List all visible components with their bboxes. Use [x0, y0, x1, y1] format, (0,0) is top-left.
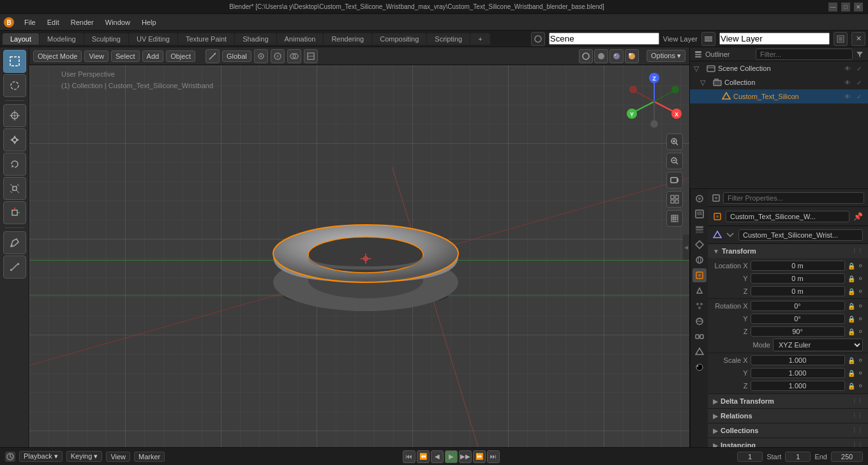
select-box-tool[interactable]	[3, 50, 26, 73]
viewport-collapse-handle[interactable]: ◀	[683, 234, 689, 260]
close-button[interactable]: ✕	[854, 3, 863, 11]
keyframe-sy-icon[interactable]	[858, 369, 863, 377]
tab-animation[interactable]: Animation	[277, 33, 324, 45]
proportional-edit-icon[interactable]	[271, 49, 285, 63]
next-keyframe-button[interactable]: ⏩	[473, 450, 486, 463]
object-menu[interactable]: Object	[166, 50, 195, 62]
rendered-mode-icon[interactable]	[625, 49, 639, 63]
rotation-x-lock[interactable]: 🔒	[848, 303, 855, 310]
menu-edit[interactable]: Edit	[42, 17, 64, 27]
tab-rendering[interactable]: Rendering	[324, 33, 371, 45]
viewport-overlay-icon[interactable]	[287, 49, 301, 63]
move-tool[interactable]	[3, 128, 26, 151]
render-button[interactable]	[834, 32, 848, 46]
rotation-y-lock[interactable]: 🔒	[848, 316, 855, 323]
grid-view-button[interactable]	[666, 191, 683, 208]
select-menu[interactable]: Select	[111, 50, 140, 62]
view-menu[interactable]: View	[84, 50, 108, 62]
collections-header[interactable]: ▶ Collections ⋮⋮	[708, 423, 868, 438]
add-workspace-button[interactable]: +	[470, 33, 490, 45]
rotation-y-input[interactable]	[751, 314, 845, 324]
keyframe-y-icon[interactable]	[858, 274, 863, 283]
tab-compositing[interactable]: Compositing	[372, 33, 426, 45]
scale-tool[interactable]	[3, 177, 26, 200]
xray-icon[interactable]	[304, 49, 318, 63]
jump-end-button[interactable]: ⏭	[487, 450, 500, 463]
menu-help[interactable]: Help	[137, 17, 161, 27]
scene-props-icon[interactable]	[692, 238, 707, 252]
rotation-mode-select[interactable]: XYZ Euler XZY Euler Quaternion Axis Angl…	[773, 339, 863, 351]
end-frame-input[interactable]	[831, 452, 863, 462]
keying-dropdown[interactable]: Keying ▾	[66, 451, 103, 462]
solid-mode-icon[interactable]	[594, 49, 608, 63]
play-button[interactable]: ▶	[445, 450, 458, 463]
location-x-input[interactable]	[751, 261, 845, 271]
rotate-tool[interactable]	[3, 153, 26, 176]
modifier-props-icon[interactable]	[692, 284, 707, 298]
output-props-icon[interactable]	[692, 207, 707, 221]
navigation-gizmo[interactable]: Z X Y	[625, 73, 683, 130]
keyframe-x-icon[interactable]	[858, 261, 863, 270]
scale-z-lock[interactable]: 🔒	[848, 383, 855, 390]
location-x-lock[interactable]: 🔒	[848, 263, 855, 270]
scale-y-lock[interactable]: 🔒	[848, 370, 855, 377]
rotation-x-input[interactable]	[751, 301, 845, 311]
mesh-data-browse-icon[interactable]	[726, 231, 735, 240]
location-y-input[interactable]	[751, 273, 845, 284]
object-select[interactable]: ✓	[854, 91, 864, 102]
object-mode-dropdown[interactable]: Object Mode	[33, 50, 82, 62]
wireframe-mode-icon[interactable]	[579, 49, 593, 63]
keyframe-z-icon[interactable]	[858, 287, 863, 296]
outliner-search[interactable]	[756, 49, 853, 60]
location-z-lock[interactable]: 🔒	[848, 288, 855, 295]
world-props-icon[interactable]	[692, 253, 707, 267]
close-editor-button[interactable]: ✕	[851, 32, 865, 46]
measure-tool[interactable]	[3, 255, 26, 278]
object-visibility[interactable]: 👁	[842, 91, 853, 102]
constraints-props-icon[interactable]	[692, 330, 707, 344]
location-z-input[interactable]	[751, 286, 845, 296]
scale-y-input[interactable]	[751, 368, 845, 378]
keyframe-ry-icon[interactable]	[858, 314, 863, 323]
scene-collection-select[interactable]: ✓	[854, 63, 864, 73]
properties-search[interactable]	[723, 192, 864, 204]
tab-modeling[interactable]: Modeling	[40, 33, 84, 45]
jump-start-button[interactable]: ⏮	[403, 450, 415, 463]
scale-z-input[interactable]	[751, 381, 845, 391]
outliner-filter-icon[interactable]	[855, 50, 864, 59]
start-frame-input[interactable]	[785, 452, 811, 462]
tab-scripting[interactable]: Scripting	[427, 33, 470, 45]
data-props-icon[interactable]	[692, 345, 707, 359]
select-circle-tool[interactable]	[3, 74, 26, 97]
scene-input[interactable]	[549, 33, 659, 45]
pin-object-button[interactable]: 📌	[853, 212, 863, 221]
scene-collection-visibility[interactable]: 👁	[842, 63, 853, 73]
viewport-tools-button[interactable]	[666, 210, 683, 227]
transform-tool[interactable]	[3, 201, 26, 224]
tab-layout[interactable]: Layout	[3, 33, 39, 45]
keyframe-sx-icon[interactable]	[858, 356, 863, 365]
keyframe-rx-icon[interactable]	[858, 301, 863, 310]
physics-props-icon[interactable]	[692, 314, 707, 328]
collection-select[interactable]: ✓	[854, 77, 864, 88]
collection-visibility[interactable]: 👁	[842, 77, 853, 88]
transform-orientation[interactable]: Global	[222, 50, 251, 62]
relations-header[interactable]: ▶ Relations ⋮⋮	[708, 409, 868, 423]
rotation-z-input[interactable]	[751, 326, 845, 337]
view-dropdown[interactable]: View	[106, 452, 130, 462]
material-props-icon[interactable]	[692, 360, 707, 374]
menu-file[interactable]: File	[19, 17, 41, 27]
menu-render[interactable]: Render	[66, 17, 99, 27]
add-menu[interactable]: Add	[142, 50, 164, 62]
view-layer-props-icon[interactable]	[692, 222, 707, 236]
viewport[interactable]: Object Mode View Select Add Object Globa…	[29, 47, 689, 447]
prev-frame-button[interactable]: ◀	[431, 450, 444, 463]
delta-transform-header[interactable]: ▶ Delta Transform ⋮⋮	[708, 394, 868, 408]
keyframe-rz-icon[interactable]	[858, 327, 863, 336]
material-mode-icon[interactable]	[610, 49, 624, 63]
viewport-options-button[interactable]: Options ▾	[647, 50, 685, 62]
annotate-tool[interactable]	[3, 231, 26, 254]
marker-dropdown[interactable]: Marker	[134, 452, 165, 462]
minimize-button[interactable]: —	[828, 3, 837, 11]
maximize-button[interactable]: □	[841, 3, 850, 11]
